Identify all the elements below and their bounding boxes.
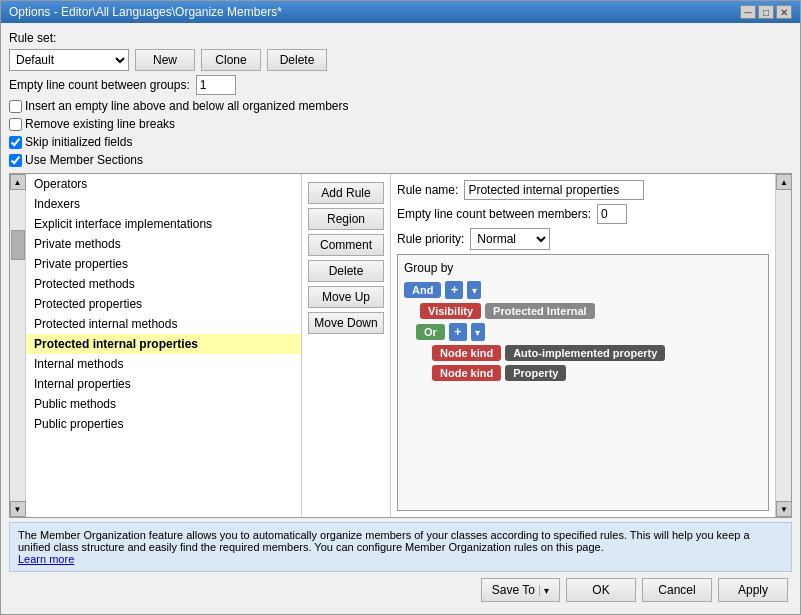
comment-button[interactable]: Comment: [308, 234, 384, 256]
footer-text: The Member Organization feature allows y…: [18, 529, 750, 553]
cancel-button[interactable]: Cancel: [642, 578, 712, 602]
list-item[interactable]: Public methods: [26, 394, 301, 414]
list-item[interactable]: Internal methods: [26, 354, 301, 374]
learn-more-link[interactable]: Learn more: [18, 553, 74, 565]
rule-name-label: Rule name:: [397, 183, 458, 197]
rule-set-row: Rule set:: [9, 31, 792, 45]
rule-name-input[interactable]: Protected internal properties: [464, 180, 644, 200]
list-item[interactable]: Protected properties: [26, 294, 301, 314]
title-bar-buttons: ─ □ ✕: [740, 5, 792, 19]
and-dropdown-button[interactable]: ▾: [467, 281, 481, 299]
or-dropdown-button[interactable]: ▾: [471, 323, 485, 341]
empty-line-count-input[interactable]: 1: [196, 75, 236, 95]
members-list: Operators Indexers Explicit interface im…: [26, 174, 302, 517]
rule-set-dropdown[interactable]: Default: [9, 49, 129, 71]
visibility-tag[interactable]: Visibility: [420, 303, 481, 319]
use-member-sections-checkbox[interactable]: [9, 154, 22, 167]
empty-line-count-row: Empty line count between groups: 1: [9, 75, 792, 95]
scroll-down-btn[interactable]: ▼: [10, 501, 26, 517]
group-by-label: Group by: [404, 261, 762, 275]
insert-empty-line-label: Insert an empty line above and below all…: [25, 99, 349, 113]
save-to-dropdown-arrow[interactable]: ▾: [539, 585, 549, 596]
clone-button[interactable]: Clone: [201, 49, 261, 71]
scroll-up-btn[interactable]: ▲: [10, 174, 26, 190]
use-member-sections-row: Use Member Sections: [9, 153, 792, 167]
list-item[interactable]: Explicit interface implementations: [26, 214, 301, 234]
group-by-box: Group by And + ▾ Visibility Protected In…: [397, 254, 769, 511]
delete-button[interactable]: Delete: [267, 49, 327, 71]
node-kind-2-row: Node kind Property: [432, 365, 762, 381]
move-up-button[interactable]: Move Up: [308, 286, 384, 308]
list-item[interactable]: Private methods: [26, 234, 301, 254]
remove-line-breaks-label: Remove existing line breaks: [25, 117, 175, 131]
move-down-button[interactable]: Move Down: [308, 312, 384, 334]
or-add-button[interactable]: +: [449, 323, 467, 341]
or-row: Or + ▾: [416, 323, 762, 341]
top-controls: Rule set: Default New Clone Delete Empty…: [9, 31, 792, 167]
rule-priority-label: Rule priority:: [397, 232, 464, 246]
title-bar: Options - Editor\All Languages\Organize …: [1, 1, 800, 23]
remove-line-breaks-row: Remove existing line breaks: [9, 117, 792, 131]
middle-buttons: Add Rule Region Comment Delete Move Up M…: [302, 174, 390, 517]
auto-implemented-tag[interactable]: Auto-implemented property: [505, 345, 665, 361]
empty-line-count-label: Empty line count between groups:: [9, 78, 190, 92]
list-item[interactable]: Indexers: [26, 194, 301, 214]
right-scroll-down[interactable]: ▼: [776, 501, 792, 517]
minimize-button[interactable]: ─: [740, 5, 756, 19]
skip-initialized-row: Skip initialized fields: [9, 135, 792, 149]
right-scroll-up[interactable]: ▲: [776, 174, 792, 190]
save-to-button[interactable]: Save To ▾: [481, 578, 560, 602]
empty-members-label: Empty line count between members:: [397, 207, 591, 221]
scroll-thumb[interactable]: [11, 230, 25, 260]
node-kind-2-tag[interactable]: Node kind: [432, 365, 501, 381]
insert-empty-line-row: Insert an empty line above and below all…: [9, 99, 792, 113]
rule-name-row: Rule name: Protected internal properties: [397, 180, 769, 200]
remove-line-breaks-checkbox[interactable]: [9, 118, 22, 131]
main-area: ▲ ▼ Operators Indexers Explicit interfac…: [9, 173, 792, 518]
delete-rule-button[interactable]: Delete: [308, 260, 384, 282]
node-kind-1-row: Node kind Auto-implemented property: [432, 345, 762, 361]
scroll-track: [10, 190, 25, 501]
list-item[interactable]: Protected methods: [26, 274, 301, 294]
and-add-button[interactable]: +: [445, 281, 463, 299]
protected-internal-tag[interactable]: Protected Internal: [485, 303, 595, 319]
and-tag[interactable]: And: [404, 282, 441, 298]
use-member-sections-label: Use Member Sections: [25, 153, 143, 167]
list-item[interactable]: Public properties: [26, 414, 301, 434]
bottom-buttons: Save To ▾ OK Cancel Apply: [9, 572, 792, 606]
region-button[interactable]: Region: [308, 208, 384, 230]
empty-members-input[interactable]: 0: [597, 204, 627, 224]
node-kind-1-tag[interactable]: Node kind: [432, 345, 501, 361]
list-item[interactable]: Operators: [26, 174, 301, 194]
main-window: Options - Editor\All Languages\Organize …: [0, 0, 801, 615]
restore-button[interactable]: □: [758, 5, 774, 19]
list-item[interactable]: Internal properties: [26, 374, 301, 394]
rule-set-label: Rule set:: [9, 31, 56, 45]
property-tag[interactable]: Property: [505, 365, 566, 381]
skip-initialized-checkbox[interactable]: [9, 136, 22, 149]
left-panel: ▲ ▼ Operators Indexers Explicit interfac…: [10, 174, 390, 517]
list-item[interactable]: Private properties: [26, 254, 301, 274]
or-tag[interactable]: Or: [416, 324, 445, 340]
list-item-selected[interactable]: Protected internal properties: [26, 334, 301, 354]
list-item[interactable]: Protected internal methods: [26, 314, 301, 334]
insert-empty-line-checkbox[interactable]: [9, 100, 22, 113]
apply-button[interactable]: Apply: [718, 578, 788, 602]
content-area: Rule set: Default New Clone Delete Empty…: [1, 23, 800, 614]
empty-members-row: Empty line count between members: 0: [397, 204, 769, 224]
visibility-row: Visibility Protected Internal: [420, 303, 762, 319]
rule-priority-select[interactable]: Normal High Low: [470, 228, 550, 250]
footer-info: The Member Organization feature allows y…: [9, 522, 792, 572]
close-button[interactable]: ✕: [776, 5, 792, 19]
right-scrollbar: ▲ ▼: [775, 174, 791, 517]
rule-set-controls: Default New Clone Delete: [9, 49, 792, 71]
window-title: Options - Editor\All Languages\Organize …: [9, 5, 282, 19]
add-rule-button[interactable]: Add Rule: [308, 182, 384, 204]
ok-button[interactable]: OK: [566, 578, 636, 602]
rule-priority-row: Rule priority: Normal High Low: [397, 228, 769, 250]
right-scroll-track: [776, 190, 791, 501]
new-button[interactable]: New: [135, 49, 195, 71]
skip-initialized-label: Skip initialized fields: [25, 135, 132, 149]
list-scrollbar[interactable]: ▲ ▼: [10, 174, 26, 517]
right-panel: Rule name: Protected internal properties…: [390, 174, 775, 517]
